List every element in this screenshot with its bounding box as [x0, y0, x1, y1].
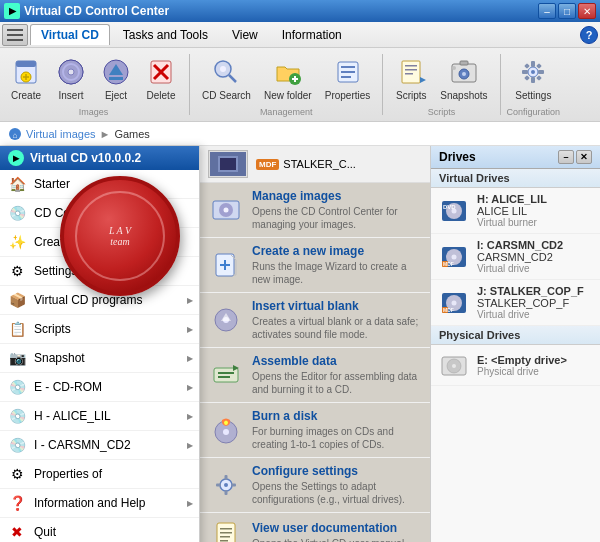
settings-label: Settings	[515, 90, 551, 101]
configure-settings-desc: Opens the Settings to adapt configuratio…	[252, 480, 420, 506]
menu-item-settings[interactable]: ⚙ Settings	[0, 257, 199, 286]
menu-item-cd-control[interactable]: 💿 CD Control Center	[0, 199, 199, 228]
tab-virtual-cd[interactable]: Virtual CD	[30, 24, 110, 45]
drive-e-info: E: <Empty drive> Physical drive	[477, 354, 567, 377]
minimize-button[interactable]: –	[538, 3, 556, 19]
left-menu-panel: ▶ Virtual CD v10.0.0.2 L A V team 🏠 Star…	[0, 146, 200, 542]
menu-item-e-cdrom[interactable]: 💿 E - CD-ROM	[0, 373, 199, 402]
tab-view[interactable]: View	[221, 24, 269, 45]
svg-rect-4	[16, 61, 36, 67]
assemble-data-item[interactable]: Assemble data Opens the Editor for assem…	[200, 348, 430, 403]
burn-disk-text: Burn a disk For burning images on CDs an…	[252, 409, 420, 451]
svg-rect-2	[7, 39, 23, 41]
menu-item-create-virtual[interactable]: ✨ Create virtual CD	[0, 228, 199, 257]
eject-icon	[100, 56, 132, 88]
configure-settings-icon	[210, 469, 242, 501]
view-user-doc-item[interactable]: View user documentation Opens the Virtua…	[200, 513, 430, 542]
svg-point-20	[220, 66, 226, 72]
menu-item-properties[interactable]: ⚙ Properties of	[0, 460, 199, 489]
drive-j-stalker[interactable]: MDF J: STALKER_COP_F STALKER_COP_F Virtu…	[431, 280, 600, 326]
insert-virtual-blank-item[interactable]: Insert virtual blank Creates a virtual b…	[200, 293, 430, 348]
scripts-label: Scripts	[396, 90, 427, 101]
svg-line-21	[229, 75, 236, 82]
snapshots-icon	[448, 56, 480, 88]
svg-point-56	[224, 208, 229, 213]
svg-rect-77	[220, 532, 232, 534]
svg-rect-53	[220, 158, 236, 170]
svg-rect-72	[225, 490, 228, 495]
svg-point-68	[223, 429, 229, 435]
svg-point-37	[462, 72, 466, 76]
tab-tasks-tools[interactable]: Tasks and Tools	[112, 24, 219, 45]
menu-item-snapshot[interactable]: 📷 Snapshot	[0, 344, 199, 373]
eject-button[interactable]: Eject	[94, 52, 138, 105]
delete-button[interactable]: Delete	[139, 52, 183, 105]
menu-item-i-carsmn[interactable]: 💿 I - CARSMN_CD2	[0, 431, 199, 460]
svg-rect-29	[402, 61, 420, 83]
drive-e-empty[interactable]: E: <Empty drive> Physical drive	[431, 345, 600, 386]
create-new-image-item[interactable]: Create a new image Runs the Image Wizard…	[200, 238, 430, 293]
menu-scripts-icon: 📋	[8, 320, 26, 338]
svg-rect-76	[220, 528, 232, 530]
stalker-item[interactable]: MDF STALKER_C...	[256, 158, 356, 170]
svg-marker-33	[420, 77, 426, 83]
configure-settings-text: Configure settings Opens the Settings to…	[252, 464, 420, 506]
snapshots-label: Snapshots	[440, 90, 487, 101]
create-button[interactable]: Create	[4, 52, 48, 105]
toolbar-images-group: Create Insert	[4, 52, 183, 117]
settings-button[interactable]: Settings	[509, 52, 557, 105]
menu-item-quit[interactable]: ✖ Quit	[0, 518, 199, 542]
menu-item-vcd-programs[interactable]: 📦 Virtual CD programs	[0, 286, 199, 315]
drive-j-icon: MDF	[439, 288, 469, 318]
insert-virtual-icon	[210, 304, 242, 336]
drive-h-alice[interactable]: DVD H: ALICE_LIL ALICE LIL Virtual burne…	[431, 188, 600, 234]
new-folder-label: New folder	[264, 90, 312, 101]
svg-rect-42	[531, 77, 535, 83]
svg-rect-47	[524, 75, 530, 81]
breadcrumb-virtual-images[interactable]: Virtual images	[26, 128, 96, 140]
svg-rect-45	[524, 63, 530, 69]
drives-close-button[interactable]: ✕	[576, 150, 592, 164]
menu-item-h-alice[interactable]: 💿 H - ALICE_LIL	[0, 402, 199, 431]
insert-button[interactable]: Insert	[49, 52, 93, 105]
help-button[interactable]: ?	[580, 26, 598, 44]
svg-rect-46	[536, 63, 542, 69]
properties-button[interactable]: Properties	[319, 52, 377, 105]
breadcrumb-separator: ►	[100, 128, 111, 140]
svg-rect-30	[405, 65, 417, 67]
svg-rect-73	[216, 484, 221, 487]
app-logo: ▶	[8, 150, 24, 166]
eject-label: Eject	[105, 90, 127, 101]
drives-minimize-button[interactable]: –	[558, 150, 574, 164]
create-new-title: Create a new image	[252, 244, 420, 258]
svg-rect-32	[405, 73, 413, 75]
burn-disk-icon	[210, 414, 242, 446]
svg-rect-0	[7, 29, 23, 31]
drive-i-carsmn[interactable]: MDF I: CARSMN_CD2 CARSMN_CD2 Virtual dri…	[431, 234, 600, 280]
maximize-button[interactable]: □	[558, 3, 576, 19]
snapshot-thumb	[208, 150, 248, 178]
tab-information[interactable]: Information	[271, 24, 353, 45]
close-button[interactable]: ✕	[578, 3, 596, 19]
svg-rect-26	[341, 66, 355, 68]
svg-rect-65	[218, 376, 230, 378]
scripts-button[interactable]: Scripts	[389, 52, 433, 105]
menu-icon-button[interactable]	[2, 24, 28, 46]
new-folder-button[interactable]: New folder	[258, 52, 318, 105]
snapshots-button[interactable]: Snapshots	[434, 52, 493, 105]
drive-h-info: H: ALICE_LIL ALICE LIL Virtual burner	[477, 193, 547, 228]
i-carsmn-icon: 💿	[8, 436, 26, 454]
configure-settings-title: Configure settings	[252, 464, 420, 478]
drive-h-icon: DVD	[439, 196, 469, 226]
menu-item-scripts[interactable]: 📋 Scripts	[0, 315, 199, 344]
insert-label: Insert	[58, 90, 83, 101]
drives-controls: – ✕	[558, 150, 592, 164]
insert-virtual-text: Insert virtual blank Creates a virtual b…	[252, 299, 420, 341]
manage-images-item[interactable]: Manage images Opens the CD Control Cente…	[200, 183, 430, 238]
menu-item-starter[interactable]: 🏠 Starter	[0, 170, 199, 199]
cd-search-button[interactable]: CD Search	[196, 52, 257, 105]
toolbar-config-group: Settings Configuration	[507, 52, 561, 117]
configure-settings-item[interactable]: Configure settings Opens the Settings to…	[200, 458, 430, 513]
menu-item-info-help[interactable]: ❓ Information and Help	[0, 489, 199, 518]
burn-disk-item[interactable]: Burn a disk For burning images on CDs an…	[200, 403, 430, 458]
